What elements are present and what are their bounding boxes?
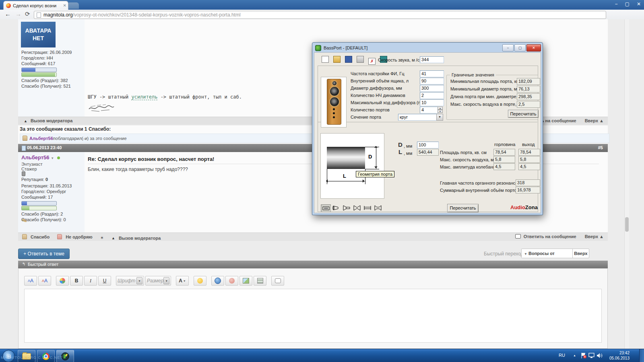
moderator-call-link[interactable]: ▲ Вызов модератора: [24, 118, 72, 123]
field-input[interactable]: 300: [420, 85, 444, 92]
port-shape-cylinder-icon[interactable]: [321, 204, 331, 212]
dropdown-icon[interactable]: ▼: [436, 114, 443, 121]
warning-icon: ▲: [111, 236, 115, 240]
port-shape-flanged-icon[interactable]: [363, 204, 372, 211]
size-dropdown[interactable]: Размер▼: [145, 276, 171, 286]
taskbar-clock[interactable]: 23:42 05.06.2013: [603, 350, 630, 361]
thumbs-up-icon: [22, 234, 27, 239]
disapprove-button[interactable]: Не одобряю: [57, 234, 93, 239]
insert-image-button[interactable]: [239, 276, 252, 286]
spin-down-icon: ▼: [438, 110, 443, 113]
quick-jump-dropdown[interactable]: ▼ Вопросы от новичков: [521, 249, 574, 258]
recalc-button[interactable]: Пересчитать: [508, 110, 539, 118]
italic-button[interactable]: I: [84, 276, 97, 286]
thanks-button[interactable]: Спасибо: [22, 234, 50, 239]
insert-link-button[interactable]: [211, 276, 224, 286]
url-bar[interactable]: magnitola.org /voprosy-ot-novichkov/2013…: [34, 11, 606, 19]
post-2-date: 05.06.2013 23:40: [27, 145, 62, 150]
underline-button[interactable]: U: [98, 276, 111, 286]
print-icon[interactable]: [357, 56, 364, 63]
tab-close-icon[interactable]: ✕: [63, 4, 66, 8]
d-input[interactable]: 100: [417, 142, 439, 148]
post-2-username-link[interactable]: Альберт56 ▼: [21, 154, 60, 160]
show-desktop-button[interactable]: [639, 349, 644, 362]
reply-in-thread-button[interactable]: + Ответить в теме: [18, 249, 70, 259]
thanks-title: За это сообщение сказали 1 Спасибо:: [20, 126, 111, 132]
port-shape-double-flare-icon[interactable]: [373, 204, 382, 211]
limit-label: Минимальный диаметр порта, мм: [450, 86, 520, 91]
result-value: 78,54: [518, 149, 540, 156]
tab-favicon-icon: [6, 3, 11, 8]
editor-textarea[interactable]: [24, 289, 602, 343]
port-count-spinner[interactable]: ▲▼: [438, 107, 443, 113]
reply-to-post-link[interactable]: Ответить на сообщение: [524, 234, 576, 239]
dialog-minimize-button[interactable]: −: [502, 44, 514, 51]
forward-button[interactable]: →: [15, 10, 21, 17]
up-link[interactable]: Вверх ▲: [585, 118, 604, 123]
port-geometry-drawing: D L: [320, 133, 384, 199]
page-scrollbar[interactable]: [624, 19, 629, 349]
window-close-button[interactable]: ✕: [637, 1, 641, 7]
reload-button[interactable]: ⟳: [25, 10, 30, 18]
language-indicator[interactable]: RU: [559, 353, 565, 362]
field-input[interactable]: 2: [420, 92, 444, 99]
network-icon[interactable]: [588, 353, 595, 362]
post-2-number-link[interactable]: #5: [598, 145, 603, 150]
limit-label: Минимальная площадь порта, кв.см.: [450, 79, 526, 84]
recalc-button-bottom[interactable]: Пересчитать: [447, 204, 479, 212]
open-file-icon[interactable]: [333, 56, 341, 63]
back-button[interactable]: ←: [5, 10, 11, 17]
volume-icon[interactable]: [597, 353, 603, 362]
new-tab-button[interactable]: [68, 2, 79, 9]
url-path: /voprosy-ot-novichkov/201348-sdelal-korp…: [73, 12, 241, 18]
stat-thanks-given: Спасибо (Раздал): 382: [21, 78, 68, 83]
thanks-username-link[interactable]: Альберт56: [29, 136, 53, 141]
resonance-value: 318: [516, 179, 540, 186]
window-minimize-button[interactable]: −: [615, 1, 618, 7]
signature-link[interactable]: усилитель: [131, 94, 157, 100]
editor-mode-button[interactable]: AA: [24, 276, 37, 286]
bassport-window[interactable]: BassPort - [DEFAULT] − ▢ ✕ ✗ Скорость зв…: [312, 42, 543, 215]
field-input[interactable]: 41: [420, 70, 444, 77]
editor-mode2-button[interactable]: AA: [38, 276, 51, 286]
bassport-titlebar[interactable]: BassPort - [DEFAULT] − ▢ ✕: [314, 44, 541, 52]
unlink-button[interactable]: [225, 276, 238, 286]
result-value: 4,5: [493, 163, 515, 170]
font-color-button[interactable]: A▼: [176, 276, 189, 286]
scrollbar-thumb[interactable]: [625, 217, 629, 232]
dialog-maximize-button[interactable]: ▢: [514, 44, 526, 51]
bold-button[interactable]: B: [70, 276, 83, 286]
save-file-icon[interactable]: [345, 56, 352, 63]
delete-icon[interactable]: ✗: [368, 58, 376, 65]
port-count-input[interactable]: 4: [420, 107, 438, 113]
field-input[interactable]: 10: [420, 99, 444, 106]
speed-input[interactable]: 344: [420, 56, 444, 63]
dimension-l-label: L: [343, 173, 346, 179]
action-center-flag-icon[interactable]: [580, 352, 586, 362]
field-input[interactable]: 90: [420, 78, 444, 84]
tray-expand-icon[interactable]: ▲: [573, 354, 576, 362]
up-button[interactable]: Вверх: [572, 249, 589, 258]
port-shape-cone-icon[interactable]: [331, 204, 341, 211]
dialog-close-button[interactable]: ✕: [526, 44, 541, 51]
remove-format-button[interactable]: [56, 276, 69, 286]
result-label: Макс. скорость воздуха, м / с: [440, 157, 500, 162]
avatar[interactable]: АВАТАРА НЕТ: [21, 22, 56, 47]
moderator-call-link[interactable]: ▲Вызов модератора: [111, 236, 161, 241]
window-maximize-button[interactable]: ▢: [625, 1, 630, 7]
smilies-button[interactable]: [194, 276, 206, 286]
new-file-icon[interactable]: [322, 56, 329, 63]
port-shape-horn-icon[interactable]: [342, 204, 351, 211]
port-section-dropdown[interactable]: круг: [398, 114, 438, 121]
insert-video-button[interactable]: [254, 276, 266, 286]
quote-button[interactable]: [271, 276, 284, 286]
thumbs-up-icon: [23, 136, 27, 141]
report-star-button[interactable]: ✶: [100, 235, 104, 241]
port-shape-hourglass-icon[interactable]: [352, 204, 361, 211]
column-throat: горловина: [494, 142, 515, 147]
up-link[interactable]: Вверх ▲: [585, 234, 604, 239]
reply-arrow-icon: ↰: [22, 262, 25, 266]
font-dropdown[interactable]: Шрифт▼: [116, 276, 144, 286]
browser-tab[interactable]: Сделал корпус возник в ✕: [3, 1, 68, 10]
signature-image: [87, 102, 116, 114]
